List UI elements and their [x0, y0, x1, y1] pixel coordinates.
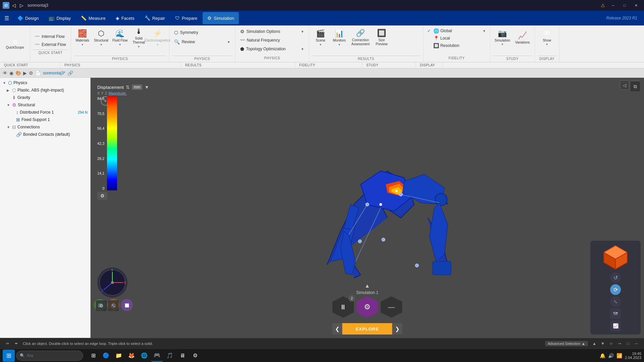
tree-plastic[interactable]: ▶ ⬡ Plastic, ABS (high-impact)	[0, 86, 90, 94]
taskbar-app-5[interactable]: 🎮	[151, 350, 163, 362]
resize-bottom-icon[interactable]: ⤡	[108, 300, 119, 311]
simulation-options-btn[interactable]: ⚙ Simulation Options ▼	[238, 27, 306, 36]
taskbar-app-7[interactable]: 🖥	[176, 350, 189, 362]
taskbar-notification[interactable]: 🔔	[600, 353, 605, 358]
tab-display[interactable]: 📺 Display	[44, 12, 75, 24]
close-btn[interactable]: ✕	[631, 2, 641, 9]
play-icon[interactable]: ▶	[23, 70, 27, 76]
rotate-btn[interactable]: ⟳	[610, 284, 621, 295]
variations-btn[interactable]: 📈 Variations	[513, 28, 532, 47]
cube-navigator[interactable]	[602, 244, 629, 271]
external-flow-btn[interactable]: 〰 External Flow	[33, 41, 68, 48]
legend-tab-x[interactable]: X	[97, 91, 100, 95]
nav-gizmo[interactable]: X Y Z	[97, 267, 127, 298]
symmetry-btn[interactable]: ⬡ Symmetry	[172, 28, 232, 37]
legend-tab-magnitude[interactable]: Magnitude.	[108, 91, 126, 95]
materials-btn[interactable]: 🧱 Materials ▼	[74, 28, 91, 47]
sim-minus-hex[interactable]: —	[381, 296, 402, 318]
search-bar[interactable]: 🔍	[16, 351, 83, 361]
hamburger-menu[interactable]: ☰	[1, 13, 12, 23]
tree-structural[interactable]: ▼ ⚙ Structural	[0, 101, 90, 109]
zoom-btn[interactable]: ⤡	[610, 296, 621, 307]
legend-tab-z[interactable]: Z	[105, 91, 107, 95]
tab-facets[interactable]: ◈ Facets	[111, 12, 139, 24]
file-icon[interactable]: 📄	[35, 70, 41, 76]
taskbar-network[interactable]: 📶	[616, 353, 622, 358]
advanced-selection-btn[interactable]: Advanced Selection ▲	[545, 341, 588, 346]
start-button[interactable]: ⊞	[3, 350, 15, 362]
chart-btn[interactable]: 📈	[610, 320, 621, 331]
monitors-btn[interactable]: 📊 Monitors ▼	[331, 28, 348, 47]
link-icon[interactable]: 🔗	[67, 70, 73, 76]
topology-optimization-btn[interactable]: ⬟ Topology Optimization ▼	[238, 45, 306, 53]
orbit-btn[interactable]: ↺	[610, 272, 621, 283]
tree-distributed-force[interactable]: ↕ Distributed Force 1 294 N	[0, 109, 90, 116]
tab-measure[interactable]: 📏 Measure	[76, 12, 110, 24]
legend-settings-btn[interactable]: ⚙	[97, 192, 107, 200]
tab-simulation[interactable]: ⚙ Simulation	[203, 12, 239, 24]
taskbar-app-1[interactable]: 🔵	[100, 350, 112, 362]
sel-tool-2[interactable]: ▼	[599, 340, 606, 347]
taskbar-app-4[interactable]: 🌐	[138, 350, 150, 362]
electromagnetics-btn[interactable]: ⚡ Electromagnetics ▼	[149, 28, 166, 47]
tree-connections[interactable]: ▼ ⊟ Connections	[0, 123, 90, 131]
internal-flow-btn[interactable]: 〰 Internal Flow	[33, 33, 68, 40]
taskbar-app-8[interactable]: ⚙	[189, 350, 201, 362]
rsi-btn-1[interactable]: ⧉	[630, 81, 641, 92]
purple-cube-icon[interactable]: ◼	[121, 299, 133, 311]
vtr-btn-1[interactable]: ◁	[620, 80, 629, 90]
legend-unit-dropdown[interactable]: ▼	[145, 84, 149, 90]
local-fidelity-btn[interactable]: ✓ 📍 Local	[426, 35, 487, 42]
sel-tool-3[interactable]: ⊹	[607, 340, 615, 347]
viewport[interactable]: Displacement ⇅ mm ▼ X Y Z Magnitude. 84,…	[91, 78, 644, 338]
explore-left-btn[interactable]: ❮	[332, 323, 342, 335]
sel-tool-4[interactable]: ⊸	[616, 340, 623, 347]
eye-icon[interactable]: 👁	[3, 70, 7, 76]
explore-label[interactable]: Explore	[342, 323, 392, 335]
scene-btn[interactable]: 🎬 Scene ▼	[312, 28, 329, 47]
pen-tool[interactable]: ✒	[13, 340, 20, 347]
review-btn[interactable]: 🔍 Review ▼	[172, 38, 232, 46]
tree-gravity[interactable]: ⬇ Gravity	[0, 94, 90, 101]
taskbar-app-6[interactable]: 🎵	[164, 350, 176, 362]
search-input[interactable]	[27, 353, 79, 358]
sel-tool-5[interactable]: □	[624, 340, 632, 347]
legend-unit[interactable]: mm	[132, 84, 143, 90]
tree-physics[interactable]: ▼ ⬡ Physics	[0, 79, 90, 86]
tree-fixed-support[interactable]: ⊞ Fixed Support 1	[0, 116, 90, 123]
tab-repair[interactable]: 🔧 Repair	[140, 12, 170, 24]
taskbar-task-view[interactable]: ⊞	[87, 350, 99, 362]
back-btn[interactable]: ◁	[12, 3, 16, 8]
size-preview-btn[interactable]: 🔲 Size Preview	[373, 28, 390, 47]
visibility-icon[interactable]: ◉	[9, 70, 13, 76]
gear-bottom-icon[interactable]: ⚙	[96, 300, 107, 311]
taskbar-app-2[interactable]: 📁	[113, 350, 125, 362]
settings-small-icon[interactable]: ⚙	[29, 70, 33, 76]
pencil-tool[interactable]: ✏	[4, 340, 11, 347]
breadcrumb-link[interactable]: sonmontaj3*	[43, 71, 65, 75]
connection-assessment-btn[interactable]: 🔗 Connection Assessment	[350, 28, 372, 47]
minimize-btn[interactable]: ─	[608, 2, 619, 9]
quickscope-btn[interactable]: ⧉ QuickScope	[5, 38, 25, 50]
taskbar-app-3[interactable]: 🦊	[125, 350, 138, 362]
taskbar-volume[interactable]: 🔊	[608, 353, 614, 358]
tab-prepare[interactable]: 🛡 Prepare	[170, 12, 202, 24]
fluid-flow-btn[interactable]: 🌊 Fluid Flow ▼	[111, 28, 129, 47]
solid-thermal-btn[interactable]: 🌡 Solid Thermal ▼	[130, 28, 148, 47]
legend-adjust-icon[interactable]: ⇅	[126, 84, 130, 90]
sim-settings-hex[interactable]: ⚙	[357, 296, 378, 318]
legend-tab-y[interactable]: Y	[101, 91, 103, 95]
global-fidelity-btn[interactable]: ✓ 🌐 Global ▼	[426, 27, 487, 34]
sim-expand-btn[interactable]: ▲	[365, 283, 370, 289]
resolution-btn[interactable]: ✓ 🔲 Resolution	[426, 42, 487, 49]
sel-tool-6[interactable]: ─	[633, 340, 640, 347]
natural-frequency-btn[interactable]: 〰 Natural Frequency	[238, 36, 306, 44]
taskbar-time[interactable]: 19:45 2.04.2023	[625, 352, 641, 360]
maximize-btn[interactable]: □	[619, 2, 630, 9]
forward-btn[interactable]: ▷	[20, 3, 23, 8]
tab-design[interactable]: 🔷 Design	[13, 12, 43, 24]
show-btn[interactable]: 👁 Show ▼	[538, 28, 556, 47]
simulation-study-btn[interactable]: 📷 Simulation ▼	[493, 28, 512, 47]
sel-tool-1[interactable]: ▲	[591, 340, 598, 347]
screenshot-btn[interactable]: 🗺	[610, 308, 621, 319]
